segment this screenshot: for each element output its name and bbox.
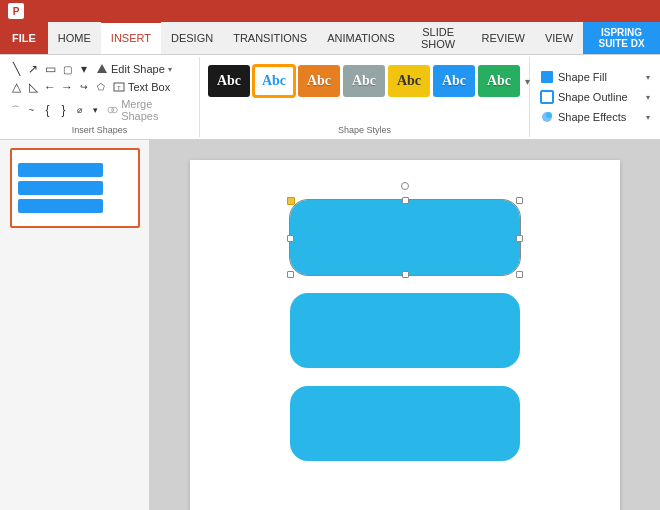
rect-icon[interactable]: ▭ <box>42 61 58 77</box>
handle-tr[interactable] <box>516 197 523 204</box>
right-arrow-icon[interactable]: → <box>59 79 75 95</box>
edit-shape-button[interactable]: Edit Shape ▾ <box>93 62 175 76</box>
custom-icon[interactable]: ⌀ <box>72 102 87 118</box>
svg-text:T: T <box>117 85 121 91</box>
bent-arrow-icon[interactable]: ↪ <box>76 79 92 95</box>
slide-canvas <box>190 160 620 510</box>
more-styles-button[interactable]: ▾ <box>523 76 532 87</box>
brace-left-icon[interactable]: { <box>40 102 55 118</box>
tab-view[interactable]: VIEW <box>535 22 583 54</box>
canvas-shape-2[interactable] <box>290 293 520 368</box>
canvas-shape-1[interactable] <box>290 200 520 275</box>
swatch-green[interactable]: Abc <box>478 65 520 97</box>
tab-home[interactable]: HOME <box>48 22 101 54</box>
arrow-icon[interactable]: ↗ <box>25 61 41 77</box>
handle-br[interactable] <box>516 271 523 278</box>
handle-ml[interactable] <box>287 235 294 242</box>
rotate-handle[interactable] <box>401 182 409 190</box>
main-area: 1 <box>0 140 660 510</box>
insert-shapes-content: ╲ ↗ ▭ ▢ ▾ Edit Shape ▾ △ ◺ ← → <box>8 61 191 123</box>
more-shapes-icon[interactable]: ▾ <box>76 61 92 77</box>
shape-fill-button[interactable]: Shape Fill ▾ <box>538 68 652 86</box>
shape-effects-icon <box>540 110 554 124</box>
more-icon[interactable]: ▾ <box>88 102 103 118</box>
thumb-shape-3 <box>18 199 104 213</box>
swatch-cyan[interactable]: Abc <box>433 65 475 97</box>
slide-panel: 1 <box>0 140 150 510</box>
svg-rect-5 <box>541 71 553 83</box>
tab-design[interactable]: DESIGN <box>161 22 223 54</box>
yellow-handle[interactable] <box>287 197 295 205</box>
canvas-area[interactable] <box>150 140 660 510</box>
tab-transitions[interactable]: TRANSITIONS <box>223 22 317 54</box>
tab-animations[interactable]: ANIMATIONS <box>317 22 405 54</box>
textbox-button[interactable]: T Text Box <box>110 80 173 94</box>
effects-dropdown-arrow: ▾ <box>646 113 650 122</box>
handle-tm[interactable] <box>402 197 409 204</box>
title-bar: P <box>0 0 660 22</box>
brace-right-icon[interactable]: } <box>56 102 71 118</box>
thumb-shape-2 <box>18 181 104 195</box>
shape-effects-button[interactable]: Shape Effects ▾ <box>538 108 652 126</box>
svg-rect-6 <box>541 91 553 103</box>
svg-point-8 <box>546 112 552 118</box>
tab-slideshow[interactable]: SLIDE SHOW <box>405 22 472 54</box>
shape-styles-label: Shape Styles <box>338 123 391 135</box>
fill-dropdown-arrow: ▾ <box>646 73 650 82</box>
shape-styles-group: Abc Abc Abc Abc Abc Abc Abc ▾ Shape Styl… <box>200 57 530 137</box>
handle-mr[interactable] <box>516 235 523 242</box>
shape-outline-button[interactable]: Shape Outline ▾ <box>538 88 652 106</box>
tab-file[interactable]: FILE <box>0 22 48 54</box>
outline-dropdown-arrow: ▾ <box>646 93 650 102</box>
line-icon[interactable]: ╲ <box>8 61 24 77</box>
app-icon: P <box>8 3 24 19</box>
handle-bm[interactable] <box>402 271 409 278</box>
arc-icon[interactable]: ⌒ <box>8 102 23 118</box>
shape-outline-icon <box>540 90 554 104</box>
ribbon-tabs: FILE HOME INSERT DESIGN TRANSITIONS ANIM… <box>0 22 660 55</box>
ribbon: FILE HOME INSERT DESIGN TRANSITIONS ANIM… <box>0 22 660 140</box>
slide-1-container: 1 <box>4 148 145 228</box>
swatch-orange[interactable]: Abc <box>298 65 340 97</box>
tab-insert[interactable]: INSERT <box>101 21 161 54</box>
canvas-shape-3[interactable] <box>290 386 520 461</box>
shapes-row-1: ╲ ↗ ▭ ▢ ▾ Edit Shape ▾ <box>8 61 191 77</box>
insert-shapes-group: ╲ ↗ ▭ ▢ ▾ Edit Shape ▾ △ ◺ ← → <box>0 57 200 137</box>
thumb-shape-1 <box>18 163 104 177</box>
swatch-gray[interactable]: Abc <box>343 65 385 97</box>
ribbon-content: ╲ ↗ ▭ ▢ ▾ Edit Shape ▾ △ ◺ ← → <box>0 55 660 139</box>
wave-icon[interactable]: ~ <box>24 102 39 118</box>
slide-thumbnail[interactable] <box>10 148 140 228</box>
svg-marker-0 <box>97 64 107 73</box>
svg-point-4 <box>112 107 118 113</box>
right-panel: Shape Fill ▾ Shape Outline ▾ Shape Effec… <box>530 57 660 137</box>
rounded-rect-icon[interactable]: ▢ <box>59 61 75 77</box>
swatch-black[interactable]: Abc <box>208 65 250 97</box>
tab-ispring[interactable]: ISPRING SUITE DX <box>583 22 660 54</box>
right-triangle-icon[interactable]: ◺ <box>25 79 41 95</box>
tab-review[interactable]: REVIEW <box>472 22 535 54</box>
shape-fill-icon <box>540 70 554 84</box>
merge-shapes-button[interactable]: Merge Shapes <box>104 97 191 123</box>
insert-shapes-label: Insert Shapes <box>72 123 128 135</box>
pentagon-icon[interactable]: ⬠ <box>93 79 109 95</box>
triangle-icon[interactable]: △ <box>8 79 24 95</box>
style-swatches: Abc Abc Abc Abc Abc Abc Abc ▾ <box>208 61 532 101</box>
swatch-blue-outline[interactable]: Abc <box>253 65 295 97</box>
left-arrow-icon[interactable]: ← <box>42 79 58 95</box>
shapes-row-2: △ ◺ ← → ↪ ⬠ T Text Box <box>8 79 191 95</box>
handle-bl[interactable] <box>287 271 294 278</box>
shapes-row-3: ⌒ ~ { } ⌀ ▾ Merge Shapes <box>8 97 191 123</box>
swatch-yellow[interactable]: Abc <box>388 65 430 97</box>
